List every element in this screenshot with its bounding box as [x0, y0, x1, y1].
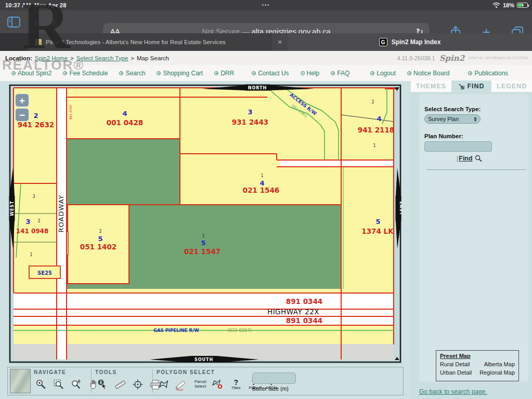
zoom-out-button[interactable]: − — [15, 108, 29, 122]
buffer-size-label: Buffer Size (m) — [252, 385, 296, 392]
radio-bullet-icon — [157, 71, 161, 75]
parcel-lot: 5 — [98, 235, 102, 243]
stepper-icon — [474, 117, 477, 122]
go-back-link[interactable]: Go back to search page. — [419, 388, 487, 395]
tab-spin2-map-index[interactable]: G Spin2 Map Index — [288, 33, 532, 51]
breadcrumb-select-search-type[interactable]: Select Search Type — [76, 55, 128, 61]
preset-regional-map[interactable]: Regional Map — [479, 369, 515, 376]
parcel-plan: 051 1402 — [80, 243, 116, 251]
parcel-select-pen-icon[interactable] — [174, 378, 190, 391]
nav-notice-board[interactable]: Notice Board — [407, 70, 449, 77]
nav-shopping-cart[interactable]: Shopping Cart — [157, 70, 203, 77]
wifi-icon — [492, 2, 500, 8]
nav-faq[interactable]: FAQ — [331, 70, 349, 77]
parcel-plan: 1374 LK — [361, 227, 394, 235]
nav-logout[interactable]: Logout — [370, 70, 396, 77]
measure-tool-icon[interactable] — [114, 378, 126, 391]
map-toolbar: NAVIGATE TOOLS i POLYGON SELECT — [7, 367, 404, 395]
zoom-pan-tool-icon[interactable] — [70, 378, 83, 391]
parcel-plan: 021 1546 — [243, 186, 279, 194]
close-tab-icon[interactable]: ✕ — [272, 33, 288, 51]
radio-bullet-icon — [11, 71, 16, 75]
search-type-label: Select Search Type: — [424, 106, 528, 112]
polygon-select-tool-icon[interactable] — [158, 378, 170, 391]
tab-pillar9[interactable]: Pillar 9 Technologies - Alberta's New Ho… — [29, 33, 272, 51]
parcel-select-label: Parcel Select — [194, 380, 206, 389]
site-nav: About Spin2 Fee Schedule Search Shopping… — [0, 65, 532, 81]
query-titles-button[interactable]: ? Titles — [229, 379, 243, 390]
brand-tagline: SPATIAL INFORMATION SYSTEM — [469, 56, 528, 60]
nav-fee-schedule[interactable]: Fee Schedule — [63, 70, 108, 77]
tab-badge: G — [379, 38, 387, 46]
east-label: EAST — [399, 202, 403, 216]
preset-urban-detail[interactable]: Urban Detail — [440, 369, 472, 376]
nav-about-spin2[interactable]: About Spin2 — [11, 70, 51, 77]
sidebar-icon[interactable] — [7, 17, 20, 28]
parcel-plan: 931 2443 — [232, 118, 268, 126]
parcel-plan: 941 2118 — [358, 126, 394, 134]
overview-map-thumbnail[interactable] — [10, 369, 31, 393]
parcel-note: 2 — [37, 219, 40, 223]
zoom-window-tool-icon[interactable] — [53, 378, 65, 391]
favicon — [35, 39, 42, 46]
center-map-tool-icon[interactable] — [132, 378, 144, 391]
parcel-note: 2 — [99, 229, 101, 234]
nav-publications[interactable]: Publications — [468, 70, 508, 77]
identify-tool-icon[interactable]: i — [96, 378, 109, 391]
preset-alberta-map[interactable]: Alberta Map — [484, 361, 515, 367]
radio-bullet-icon — [301, 71, 305, 75]
parcel-note: 2 — [371, 100, 374, 104]
map-canvas[interactable]: NORTH SOUTH WEST EAST 2 941 2632 4 001 0… — [8, 84, 402, 364]
preset-rural-detail[interactable]: Rural Detail — [440, 361, 470, 367]
spin2-logo: Spin2 — [439, 54, 464, 63]
panel-divider — [426, 169, 526, 170]
zoom-in-button[interactable]: + — [15, 94, 29, 107]
nav-search[interactable]: Search — [119, 70, 145, 77]
parcel-plan: 941 2632 — [18, 121, 54, 129]
south-label: SOUTH — [194, 357, 213, 362]
search-type-select[interactable]: Survey Plan — [424, 114, 481, 124]
highway-plan-label: 891 0344 — [286, 297, 322, 305]
breadcrumb-spin2-home[interactable]: Spin2 Home — [35, 55, 68, 61]
tab-themes[interactable]: THEMES — [411, 81, 451, 92]
plan-number-input[interactable] — [424, 141, 492, 152]
nav-contact-us[interactable]: Contact Us — [252, 70, 289, 77]
preset-map-title: Preset Map — [440, 353, 515, 359]
roadway-plan-label: 901 2565 — [69, 105, 72, 120]
nav-help[interactable]: Help — [301, 70, 320, 77]
plan-number-label: Plan Number: — [424, 133, 528, 139]
browser-toolbar: ‹ › AA Not Secure — alta.registries.gov.… — [0, 10, 532, 33]
back-button[interactable]: ‹ — [34, 17, 38, 27]
buffer-size-input[interactable] — [252, 373, 296, 384]
highway-plan-label: 891 0344 — [286, 316, 322, 325]
radio-bullet-icon — [214, 71, 218, 75]
battery-icon — [517, 3, 528, 8]
location-label: Location: — [5, 55, 32, 61]
forward-button[interactable]: › — [52, 17, 57, 27]
tab-legend[interactable]: LEGEND — [491, 81, 532, 92]
toolbar-divider — [152, 369, 153, 393]
roadway-label: ROADWAY — [57, 195, 65, 233]
tab-find[interactable]: FIND — [451, 81, 492, 92]
search-icon — [474, 155, 483, 162]
zoom-in-tool-icon[interactable] — [35, 378, 47, 391]
tab-title: Pillar 9 Technologies - Alberta's New Ho… — [46, 39, 226, 45]
preset-map-box: Preset Map Rural Detail Alberta Map Urba… — [436, 350, 519, 381]
find-button[interactable]: | Find — [457, 155, 528, 162]
radio-bullet-icon — [370, 71, 374, 75]
breadcrumb-bar: Location: Spin2 Home > Select Search Typ… — [0, 51, 532, 65]
parcel-plan: 021 1547 — [184, 247, 220, 256]
breadcrumb-current: Map Search — [137, 55, 169, 61]
radio-bullet-icon — [407, 71, 411, 75]
west-label: WEST — [10, 201, 15, 216]
map-viewport[interactable]: NORTH SOUTH WEST EAST 2 941 2632 4 001 0… — [8, 84, 402, 364]
question-icon: ? — [233, 379, 238, 385]
parcel-note: 3 — [32, 194, 35, 199]
parcel-lot: 3 — [25, 218, 30, 225]
nav-drr[interactable]: DRR — [214, 70, 234, 77]
search-panel: THEMES FIND LEGEND Select Search Type: S… — [411, 81, 532, 399]
clear-polygon-tool-icon[interactable] — [211, 378, 225, 391]
tools-section-label: TOOLS — [95, 369, 117, 375]
toolbar-divider — [91, 369, 92, 393]
parcel-lot: 4 — [377, 115, 381, 123]
